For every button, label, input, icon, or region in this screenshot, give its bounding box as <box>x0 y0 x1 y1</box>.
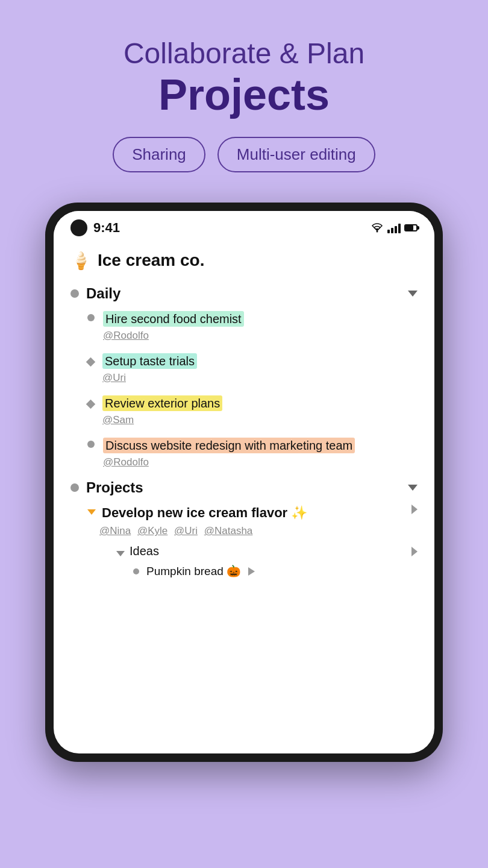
task-bullet-circle-4 <box>87 441 95 448</box>
app-icon: 🍦 <box>70 251 92 271</box>
daily-title: Daily <box>86 285 120 302</box>
project-header-1: Develop new ice cream flavor ✨ <box>87 505 418 522</box>
projects-chevron[interactable] <box>408 485 418 491</box>
project-header-left: Develop new ice cream flavor ✨ <box>87 505 307 522</box>
assignee-nina[interactable]: @Nina <box>99 525 131 536</box>
phone-inner: 9:41 <box>54 211 434 753</box>
task-text-2[interactable]: Setup taste trials <box>102 353 197 369</box>
app-header: 🍦 Ice cream co. <box>70 251 418 271</box>
time-display: 9:41 <box>93 220 120 236</box>
app-title: Ice cream co. <box>98 251 204 270</box>
task-assignee-2[interactable]: @Uri <box>102 372 418 384</box>
projects-section-left: Projects <box>70 479 143 496</box>
task-assignee-1[interactable]: @Rodolfo <box>103 330 418 342</box>
task-item: Hire second food chemist @Rodolfo <box>87 310 418 342</box>
projects-section: Projects Develop new ice cream flavor ✨ <box>70 479 418 579</box>
badge-sharing[interactable]: Sharing <box>113 137 205 172</box>
task-content-2: Setup taste trials @Uri <box>102 353 418 384</box>
phone-mockup: 9:41 <box>45 203 443 762</box>
header-section: Collaborate & Plan Projects Sharing Mult… <box>0 0 488 190</box>
header-subtitle: Collaborate & Plan <box>24 36 464 71</box>
task-text-3[interactable]: Review exterior plans <box>102 395 222 411</box>
badge-multiuser[interactable]: Multi-user editing <box>217 137 375 172</box>
task-assignee-4[interactable]: @Rodolfo <box>103 456 418 468</box>
task-item-2: Setup taste trials @Uri <box>87 353 418 384</box>
ideas-title: Ideas <box>130 544 159 558</box>
app-content: 🍦 Ice cream co. Daily <box>54 241 434 600</box>
task-bullet-diamond-2 <box>87 356 94 365</box>
camera-dot <box>70 219 87 236</box>
task-assignee-3[interactable]: @Sam <box>102 414 418 426</box>
task-content-4: Discuss website redesign with marketing … <box>103 437 418 468</box>
projects-section-header: Projects <box>70 479 418 496</box>
task-item-4: Discuss website redesign with marketing … <box>87 437 418 468</box>
wifi-icon <box>371 223 384 233</box>
assignee-kyle[interactable]: @Kyle <box>137 525 167 536</box>
sub-item-text-pumpkin[interactable]: Pumpkin bread 🎃 <box>146 564 241 578</box>
project-nav-icon[interactable] <box>411 505 418 514</box>
ideas-expand-icon[interactable] <box>116 551 125 556</box>
battery-icon <box>404 224 418 231</box>
svg-point-0 <box>377 230 378 232</box>
badges: Sharing Multi-user editing <box>24 137 464 172</box>
assignee-uri[interactable]: @Uri <box>174 525 198 536</box>
sub-item-pumpkin: Pumpkin bread 🎃 <box>133 564 418 578</box>
status-bar: 9:41 <box>54 211 434 241</box>
daily-bullet <box>70 289 79 298</box>
project-assignees-1: @Nina @Kyle @Uri @Natasha <box>99 525 418 537</box>
sub-project-ideas: Ideas Pumpkin bread 🎃 <box>116 544 418 578</box>
signal-icon <box>387 222 401 233</box>
task-list: Hire second food chemist @Rodolfo Setup … <box>87 310 418 468</box>
daily-section-header: Daily <box>70 285 418 302</box>
play-icon[interactable] <box>248 567 255 576</box>
sub-items: Pumpkin bread 🎃 <box>133 564 418 578</box>
projects-bullet <box>70 483 79 492</box>
phone-outer: 9:41 <box>45 203 443 762</box>
status-icons <box>371 222 418 233</box>
status-bar-left: 9:41 <box>70 219 120 236</box>
daily-section-left: Daily <box>70 285 120 302</box>
ideas-nav-icon[interactable] <box>411 547 418 556</box>
project-title-1: Develop new ice cream flavor ✨ <box>102 505 307 522</box>
task-item-3: Review exterior plans @Sam <box>87 395 418 426</box>
header-title: Projects <box>24 71 464 119</box>
task-content-1: Hire second food chemist @Rodolfo <box>103 310 418 342</box>
task-content-3: Review exterior plans @Sam <box>102 395 418 426</box>
sub-project-left: Ideas <box>116 544 159 558</box>
task-text-1[interactable]: Hire second food chemist <box>103 311 244 327</box>
sub-project-header: Ideas <box>116 544 418 558</box>
task-bullet-diamond-3 <box>87 398 94 407</box>
daily-chevron[interactable] <box>408 291 418 297</box>
sub-item-bullet <box>133 568 139 574</box>
task-text-4[interactable]: Discuss website redesign with marketing … <box>103 438 355 453</box>
assignee-natasha[interactable]: @Natasha <box>204 525 253 536</box>
project-item-1: Develop new ice cream flavor ✨ @Nina @Ky… <box>87 505 418 579</box>
projects-title: Projects <box>86 479 143 496</box>
daily-section: Daily Hire second food chemist @R <box>70 285 418 468</box>
project-expand-icon[interactable] <box>87 509 96 515</box>
task-bullet-circle <box>87 314 95 321</box>
